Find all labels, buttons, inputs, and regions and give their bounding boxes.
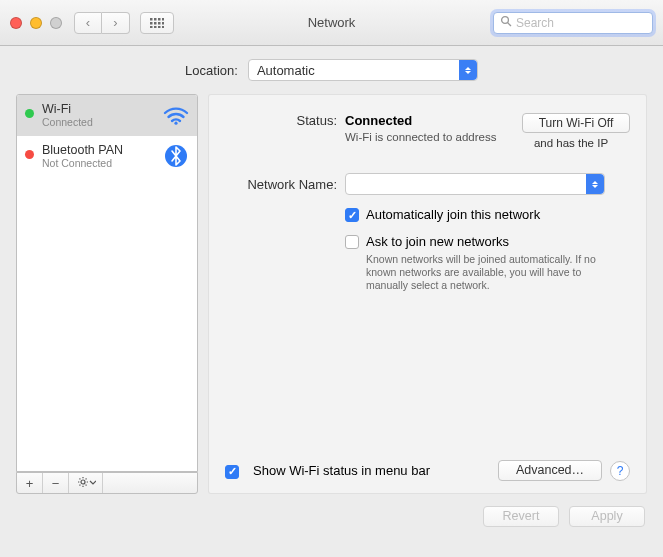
auto-join-checkbox[interactable] [345, 208, 359, 222]
svg-rect-3 [162, 18, 164, 21]
search-field[interactable] [493, 12, 653, 34]
chevron-updown-icon [586, 174, 604, 194]
status-value: Connected [345, 113, 412, 128]
service-name: Bluetooth PAN [42, 143, 163, 157]
svg-rect-7 [162, 22, 164, 25]
grid-icon [150, 18, 164, 28]
service-item-bluetooth-pan[interactable]: Bluetooth PAN Not Connected [17, 136, 197, 177]
chevron-right-icon: › [113, 15, 117, 30]
sidebar-toolbar: + − [16, 472, 198, 494]
gear-icon [76, 476, 96, 491]
zoom-window-button [50, 17, 62, 29]
apply-button[interactable]: Apply [569, 506, 645, 527]
svg-line-21 [79, 478, 80, 479]
back-button[interactable]: ‹ [74, 12, 102, 34]
network-name-label: Network Name: [225, 177, 345, 192]
show-menubar-label: Show Wi-Fi status in menu bar [253, 463, 430, 478]
svg-rect-8 [150, 26, 153, 28]
add-service-button[interactable]: + [17, 473, 43, 493]
svg-point-14 [174, 122, 177, 125]
forward-button[interactable]: › [102, 12, 130, 34]
svg-rect-9 [154, 26, 157, 28]
location-select[interactable]: Automatic [248, 59, 478, 81]
svg-rect-6 [158, 22, 161, 25]
service-item-wifi[interactable]: Wi-Fi Connected [17, 95, 197, 136]
remove-service-button[interactable]: − [43, 473, 69, 493]
svg-rect-4 [150, 22, 153, 25]
nav-back-forward: ‹ › [74, 12, 130, 34]
svg-point-12 [502, 17, 509, 24]
svg-rect-11 [162, 26, 164, 28]
wifi-icon [163, 102, 189, 128]
minimize-window-button[interactable] [30, 17, 42, 29]
service-status: Not Connected [42, 157, 163, 169]
minus-icon: − [52, 476, 60, 491]
chevron-updown-icon [459, 60, 477, 80]
ask-join-help: Known networks will be joined automatica… [366, 253, 618, 292]
svg-rect-10 [158, 26, 161, 28]
service-status: Connected [42, 116, 163, 128]
advanced-button[interactable]: Advanced… [498, 460, 602, 481]
ask-join-checkbox[interactable] [345, 235, 359, 249]
search-icon [500, 15, 512, 30]
location-label: Location: [185, 63, 238, 78]
svg-point-16 [81, 480, 85, 484]
service-actions-button[interactable] [69, 473, 103, 493]
plus-icon: + [26, 476, 34, 491]
status-dot-icon [25, 109, 34, 118]
auto-join-row: Automatically join this network [345, 207, 630, 222]
service-name: Wi-Fi [42, 102, 163, 116]
svg-line-24 [79, 484, 80, 485]
revert-button[interactable]: Revert [483, 506, 559, 527]
ask-join-label: Ask to join new networks [366, 234, 509, 249]
search-input[interactable] [516, 16, 646, 30]
svg-rect-5 [154, 22, 157, 25]
help-button[interactable]: ? [610, 461, 630, 481]
svg-line-22 [85, 484, 86, 485]
svg-line-13 [508, 23, 511, 26]
svg-rect-2 [158, 18, 161, 21]
network-name-select[interactable] [345, 173, 605, 195]
ask-join-row: Ask to join new networks [345, 234, 630, 249]
svg-rect-0 [150, 18, 153, 21]
footer: Revert Apply [0, 494, 663, 527]
show-all-button[interactable] [140, 12, 174, 34]
wifi-toggle-button[interactable]: Turn Wi-Fi Off [522, 113, 630, 133]
titlebar: ‹ › Network [0, 0, 663, 46]
status-label: Status: [225, 113, 345, 149]
service-sidebar: Wi-Fi Connected Bluetooth PAN Not Connec… [16, 94, 198, 494]
location-value: Automatic [257, 63, 315, 78]
status-dot-icon [25, 150, 34, 159]
ip-hint: and has the IP [512, 137, 630, 149]
window-controls [10, 17, 62, 29]
svg-rect-1 [154, 18, 157, 21]
auto-join-label: Automatically join this network [366, 207, 540, 222]
svg-line-23 [85, 478, 86, 479]
help-icon: ? [617, 464, 624, 478]
service-list: Wi-Fi Connected Bluetooth PAN Not Connec… [16, 94, 198, 472]
bluetooth-icon [163, 143, 189, 169]
close-window-button[interactable] [10, 17, 22, 29]
show-menubar-checkbox[interactable] [225, 465, 239, 479]
chevron-left-icon: ‹ [86, 15, 90, 30]
location-row: Location: Automatic [0, 46, 663, 94]
detail-panel: Status: Connected Wi-Fi is connected to … [208, 94, 647, 494]
status-subtext: Wi-Fi is connected to address [345, 131, 512, 143]
